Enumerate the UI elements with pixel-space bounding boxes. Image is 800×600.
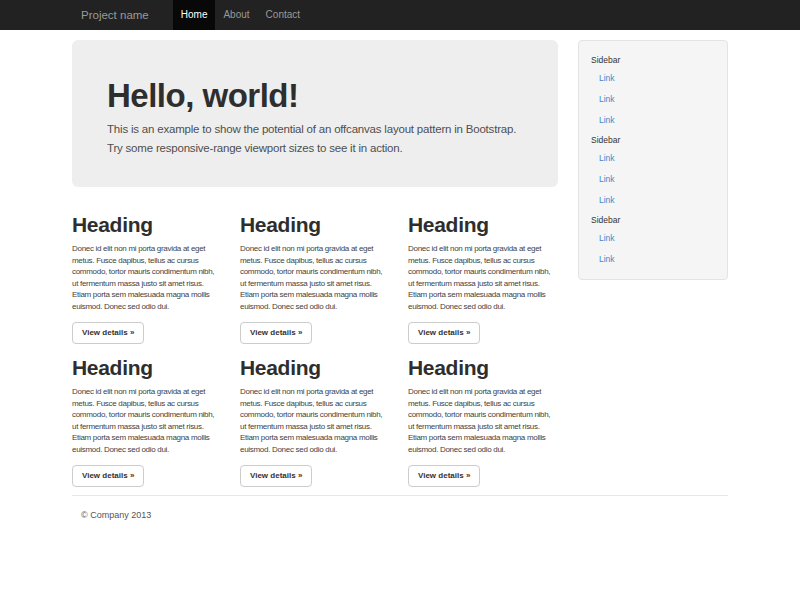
view-details-button[interactable]: View details » — [408, 465, 480, 487]
nav-item-home[interactable]: Home — [173, 0, 216, 30]
jumbotron-description: This is an example to show the potential… — [107, 120, 523, 158]
cards-grid: HeadingDonec id elit non mi porta gravid… — [72, 201, 558, 487]
content-card: HeadingDonec id elit non mi porta gravid… — [240, 344, 390, 487]
content-card: HeadingDonec id elit non mi porta gravid… — [240, 201, 390, 344]
view-details-button[interactable]: View details » — [72, 465, 144, 487]
sidebar-group-heading: Sidebar — [591, 131, 715, 148]
page-container: Hello, world! This is an example to show… — [72, 40, 728, 520]
content-card: HeadingDonec id elit non mi porta gravid… — [72, 201, 222, 344]
card-heading: Heading — [240, 356, 390, 380]
sidebar-link[interactable]: Link — [591, 68, 715, 89]
card-heading: Heading — [72, 356, 222, 380]
card-body-text: Donec id elit non mi porta gravida at eg… — [240, 243, 390, 312]
page-title: Hello, world! — [107, 78, 523, 114]
view-details-button[interactable]: View details » — [240, 322, 312, 344]
view-details-button[interactable]: View details » — [240, 465, 312, 487]
footer-divider — [72, 495, 728, 496]
card-body-text: Donec id elit non mi porta gravida at eg… — [72, 243, 222, 312]
sidebar-link[interactable]: Link — [591, 169, 715, 190]
sidebar-link[interactable]: Link — [591, 228, 715, 249]
sidebar-group-heading: Sidebar — [591, 51, 715, 68]
sidebar-well: SidebarLinkLinkLinkSidebarLinkLinkLinkSi… — [578, 40, 728, 280]
copyright-text: © Company 2013 — [81, 510, 728, 520]
nav-item-contact[interactable]: Contact — [258, 0, 308, 30]
card-heading: Heading — [408, 356, 558, 380]
sidebar-link[interactable]: Link — [591, 249, 715, 270]
content-row: Hello, world! This is an example to show… — [72, 40, 728, 487]
card-heading: Heading — [240, 213, 390, 237]
nav-item-about[interactable]: About — [215, 0, 257, 30]
navbar-container: Project name HomeAboutContact — [72, 0, 728, 30]
nav-menu: HomeAboutContact — [173, 0, 308, 30]
navbar: Project name HomeAboutContact — [0, 0, 800, 30]
card-body-text: Donec id elit non mi porta gravida at eg… — [72, 386, 222, 455]
card-body-text: Donec id elit non mi porta gravida at eg… — [408, 386, 558, 455]
jumbotron: Hello, world! This is an example to show… — [72, 40, 558, 187]
content-card: HeadingDonec id elit non mi porta gravid… — [72, 344, 222, 487]
main-column: Hello, world! This is an example to show… — [72, 40, 558, 487]
card-heading: Heading — [72, 213, 222, 237]
view-details-button[interactable]: View details » — [408, 322, 480, 344]
footer: © Company 2013 — [72, 510, 728, 520]
sidebar-link[interactable]: Link — [591, 190, 715, 211]
card-body-text: Donec id elit non mi porta gravida at eg… — [408, 243, 558, 312]
card-heading: Heading — [408, 213, 558, 237]
card-body-text: Donec id elit non mi porta gravida at eg… — [240, 386, 390, 455]
view-details-button[interactable]: View details » — [72, 322, 144, 344]
sidebar-link[interactable]: Link — [591, 110, 715, 131]
brand-link[interactable]: Project name — [72, 0, 161, 30]
sidebar-link[interactable]: Link — [591, 89, 715, 110]
sidebar-link[interactable]: Link — [591, 148, 715, 169]
content-card: HeadingDonec id elit non mi porta gravid… — [408, 201, 558, 344]
content-card: HeadingDonec id elit non mi porta gravid… — [408, 344, 558, 487]
sidebar-group-heading: Sidebar — [591, 211, 715, 228]
